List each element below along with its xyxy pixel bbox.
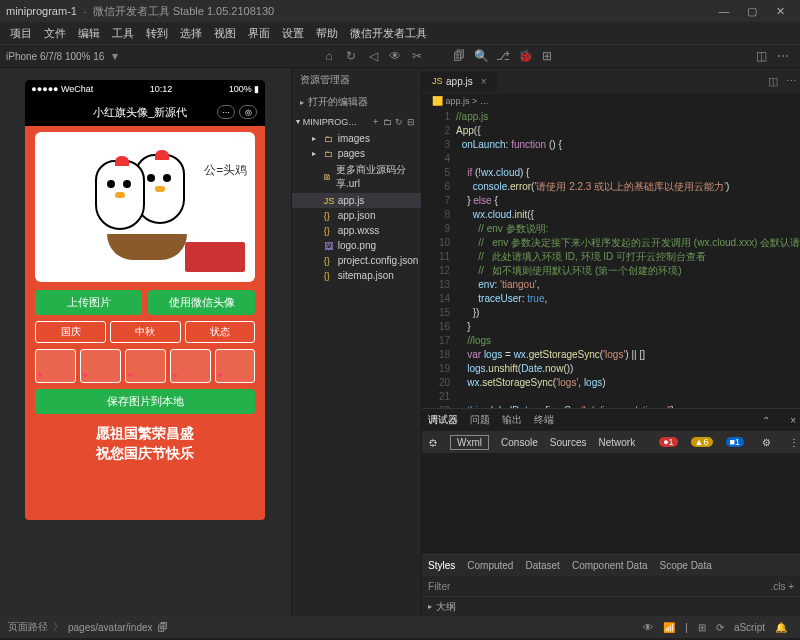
slogan-line: 愿祖国繁荣昌盛: [25, 424, 265, 444]
category-tab[interactable]: 中秋: [110, 321, 181, 343]
file-node[interactable]: {}project.config.json: [292, 253, 421, 268]
new-folder-icon[interactable]: 🗀: [381, 117, 393, 127]
menu-item[interactable]: 编辑: [72, 23, 106, 44]
file-node[interactable]: 🗎更多商业源码分享.url: [292, 161, 421, 193]
save-button[interactable]: 保存图片到本地: [35, 389, 255, 414]
file-node[interactable]: ▸ 🗀pages: [292, 146, 421, 161]
bug-icon[interactable]: 🐞: [516, 47, 534, 65]
back-icon[interactable]: ◁: [364, 47, 382, 65]
path-label: 页面路径: [8, 620, 48, 634]
frame-thumb[interactable]: ♥: [80, 349, 121, 383]
explorer-title: 资源管理器: [292, 68, 421, 92]
frame-thumb[interactable]: ♥: [35, 349, 76, 383]
menu-item[interactable]: 选择: [174, 23, 208, 44]
wxml-tab[interactable]: Wxml: [450, 435, 489, 450]
close-button[interactable]: ✕: [766, 5, 794, 18]
menu-item[interactable]: 转到: [140, 23, 174, 44]
menu-item[interactable]: 设置: [276, 23, 310, 44]
chevron-down-icon[interactable]: ▾: [106, 47, 124, 65]
styles-tab[interactable]: Component Data: [572, 560, 648, 571]
project-section[interactable]: ▾MINIPROG… ＋ 🗀 ↻ ⊟: [292, 112, 421, 131]
console-tab[interactable]: Console: [501, 437, 538, 448]
broadcast-icon[interactable]: 📶: [658, 622, 680, 633]
panel-tab[interactable]: 终端: [534, 413, 554, 427]
close-tab-icon[interactable]: ×: [481, 76, 487, 87]
warn-badge[interactable]: ▲6: [691, 437, 713, 447]
styles-tab[interactable]: Styles: [428, 560, 455, 571]
frame-thumb[interactable]: ♥: [170, 349, 211, 383]
filter-input[interactable]: Filter: [428, 581, 450, 592]
sources-tab[interactable]: Sources: [550, 437, 587, 448]
styles-tab[interactable]: Dataset: [525, 560, 559, 571]
cls-toggle[interactable]: .cls: [770, 581, 785, 592]
panel-tab[interactable]: 调试器: [428, 413, 458, 427]
editor-tab[interactable]: JSapp.js×: [422, 72, 497, 91]
maximize-button[interactable]: ▢: [738, 5, 766, 18]
eye-icon[interactable]: 👁: [386, 47, 404, 65]
menu-item[interactable]: 工具: [106, 23, 140, 44]
inspect-icon[interactable]: ⯐: [428, 437, 438, 448]
bell-icon[interactable]: 🔔: [770, 622, 792, 633]
files-icon[interactable]: 🗐: [450, 47, 468, 65]
minimize-button[interactable]: —: [710, 5, 738, 17]
gear-icon[interactable]: ⚙: [756, 437, 777, 448]
styles-tab[interactable]: Scope Data: [660, 560, 712, 571]
split-icon[interactable]: ◫: [752, 47, 770, 65]
file-node[interactable]: {}sitemap.json: [292, 268, 421, 283]
copy-icon[interactable]: 🗐: [153, 622, 173, 633]
more-icon[interactable]: ⋯: [774, 47, 792, 65]
close-icon[interactable]: ×: [786, 415, 800, 426]
fold-icon[interactable]: ⊞: [693, 622, 711, 633]
menu-item[interactable]: 界面: [242, 23, 276, 44]
panel-tab[interactable]: 问题: [470, 413, 490, 427]
code-editor[interactable]: //app.jsApp({ onLaunch: function () { if…: [456, 108, 800, 408]
error-badge[interactable]: ●1: [659, 437, 677, 447]
new-file-icon[interactable]: ＋: [369, 115, 381, 128]
styles-tab[interactable]: Computed: [467, 560, 513, 571]
more-icon[interactable]: ⋮: [789, 437, 799, 448]
menu-item[interactable]: 视图: [208, 23, 242, 44]
menu-item[interactable]: 微信开发者工具: [344, 23, 433, 44]
info-badge[interactable]: ■1: [726, 437, 744, 447]
chevron-up-icon[interactable]: ⌃: [758, 415, 774, 426]
category-tab[interactable]: 国庆: [35, 321, 106, 343]
cut-icon[interactable]: ✂: [408, 47, 426, 65]
search-icon[interactable]: 🔍: [472, 47, 490, 65]
refresh-icon[interactable]: ↻: [393, 117, 405, 127]
page-path[interactable]: pages/avatar/index: [68, 622, 153, 633]
file-node[interactable]: 🖼logo.png: [292, 238, 421, 253]
capsule-close-icon[interactable]: ◎: [239, 105, 257, 119]
capsule-menu-icon[interactable]: ⋯: [217, 105, 235, 119]
home-icon[interactable]: ⌂: [320, 47, 338, 65]
ext-icon[interactable]: ⊞: [538, 47, 556, 65]
frame-thumb[interactable]: ♥: [125, 349, 166, 383]
menu-item[interactable]: 帮助: [310, 23, 344, 44]
file-node[interactable]: {}app.json: [292, 208, 421, 223]
upload-button[interactable]: 上传图片: [35, 290, 142, 315]
device-label[interactable]: iPhone 6/7/8 100% 16: [6, 51, 104, 62]
menu-item[interactable]: 文件: [38, 23, 72, 44]
toolbar: iPhone 6/7/8 100% 16 ▾ ⌂ ↻ ◁ 👁 ✂ 🗐 🔍 ⎇ 🐞…: [0, 44, 800, 68]
status-bar: 页面路径 〉 pages/avatar/index 🗐 👁 📶 | ⊞ ⟳ aS…: [0, 616, 800, 638]
avatar-preview: 公=头鸡: [35, 132, 255, 282]
app-title: 微信开发者工具 Stable 1.05.2108130: [93, 4, 275, 19]
collapse-icon[interactable]: ⊟: [405, 117, 417, 127]
lang-label[interactable]: aScript: [729, 622, 770, 633]
outline-section[interactable]: ▸大纲: [422, 596, 800, 616]
branch-icon[interactable]: ⎇: [494, 47, 512, 65]
opened-editors-section[interactable]: ▸打开的编辑器: [292, 92, 421, 112]
split-editor-icon[interactable]: ◫: [764, 75, 782, 88]
frame-thumb[interactable]: ♥: [215, 349, 256, 383]
file-node[interactable]: ▸ 🗀images: [292, 131, 421, 146]
menu-item[interactable]: 项目: [4, 23, 38, 44]
refresh-icon[interactable]: ↻: [342, 47, 360, 65]
breadcrumb[interactable]: 🟨 app.js > …: [422, 94, 800, 108]
panel-tab[interactable]: 输出: [502, 413, 522, 427]
eye-icon[interactable]: 👁: [638, 622, 658, 633]
wechat-avatar-button[interactable]: 使用微信头像: [148, 290, 255, 315]
network-tab[interactable]: Network: [598, 437, 635, 448]
file-node[interactable]: JSapp.js: [292, 193, 421, 208]
more-icon[interactable]: ⋯: [782, 75, 800, 88]
category-tab[interactable]: 状态: [185, 321, 256, 343]
file-node[interactable]: {}app.wxss: [292, 223, 421, 238]
